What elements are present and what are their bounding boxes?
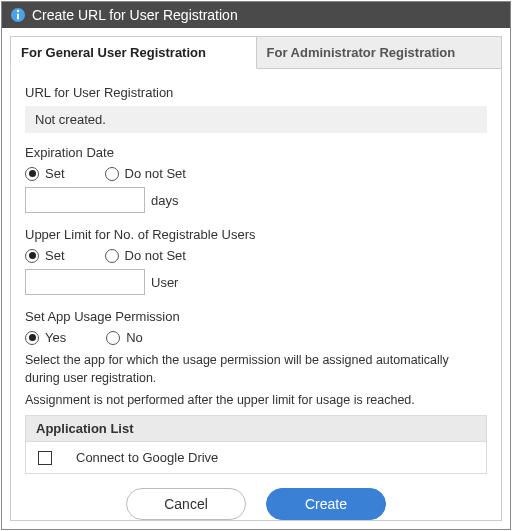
permission-help-2: Assignment is not performed after the up… (25, 391, 487, 409)
info-icon (10, 7, 26, 23)
radio-label: No (126, 330, 143, 345)
upperlimit-label: Upper Limit for No. of Registrable Users (25, 227, 487, 242)
tab-administrator-registration[interactable]: For Administrator Registration (257, 36, 503, 69)
upperlimit-radio-group: Set Do not Set (25, 248, 487, 263)
dialog-buttons: Cancel Create (25, 488, 487, 520)
upperlimit-input-row: User (25, 269, 487, 295)
titlebar: Create URL for User Registration (2, 2, 510, 28)
expiration-donotset-option[interactable]: Do not Set (105, 166, 186, 181)
create-button[interactable]: Create (266, 488, 386, 520)
radio-icon (105, 249, 119, 263)
radio-label: Set (45, 166, 65, 181)
app-name: Connect to Google Drive (76, 450, 218, 465)
radio-label: Yes (45, 330, 66, 345)
expiration-input-row: days (25, 187, 487, 213)
permission-help-1: Select the app for which the usage permi… (25, 351, 487, 387)
tab-general-registration[interactable]: For General User Registration (10, 36, 257, 69)
radio-label: Set (45, 248, 65, 263)
upperlimit-unit: User (151, 275, 178, 290)
expiration-unit: days (151, 193, 178, 208)
tab-bar: For General User Registration For Admini… (10, 36, 502, 69)
url-status: Not created. (25, 106, 487, 133)
url-label: URL for User Registration (25, 85, 487, 100)
application-list-header: Application List (26, 416, 486, 442)
radio-icon (25, 331, 39, 345)
upperlimit-donotset-option[interactable]: Do not Set (105, 248, 186, 263)
dialog-title: Create URL for User Registration (32, 7, 238, 23)
app-checkbox[interactable] (38, 451, 52, 465)
radio-icon (105, 167, 119, 181)
expiration-set-option[interactable]: Set (25, 166, 65, 181)
upperlimit-users-input[interactable] (25, 269, 145, 295)
svg-point-2 (17, 10, 19, 12)
permission-label: Set App Usage Permission (25, 309, 487, 324)
radio-icon (25, 167, 39, 181)
permission-no-option[interactable]: No (106, 330, 143, 345)
dialog-window: Create URL for User Registration For Gen… (1, 1, 511, 530)
upperlimit-set-option[interactable]: Set (25, 248, 65, 263)
expiration-days-input[interactable] (25, 187, 145, 213)
expiration-label: Expiration Date (25, 145, 487, 160)
radio-label: Do not Set (125, 248, 186, 263)
expiration-radio-group: Set Do not Set (25, 166, 487, 181)
svg-rect-1 (17, 14, 19, 20)
permission-yes-option[interactable]: Yes (25, 330, 66, 345)
application-list: Application List Connect to Google Drive (25, 415, 487, 474)
cancel-button[interactable]: Cancel (126, 488, 246, 520)
radio-label: Do not Set (125, 166, 186, 181)
tab-content: URL for User Registration Not created. E… (10, 69, 502, 521)
radio-icon (25, 249, 39, 263)
list-item: Connect to Google Drive (26, 442, 486, 473)
permission-radio-group: Yes No (25, 330, 487, 345)
radio-icon (106, 331, 120, 345)
